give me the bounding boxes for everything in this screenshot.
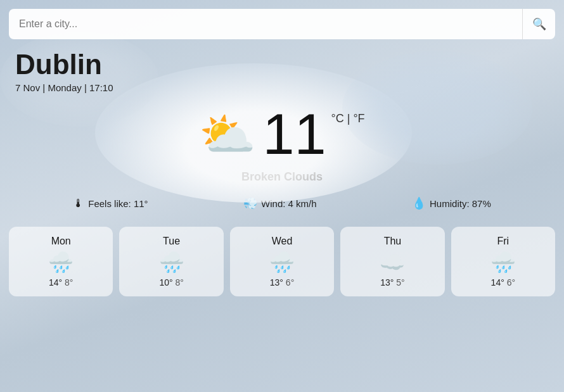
search-button[interactable]: 🔍 bbox=[522, 9, 555, 39]
forecast-weather-icon: 🌧️ bbox=[490, 252, 516, 272]
feels-like-stat: 🌡 Feels like: 11° bbox=[73, 197, 148, 210]
search-icon: 🔍 bbox=[532, 17, 546, 31]
city-name: Dublin bbox=[15, 49, 549, 80]
search-input[interactable] bbox=[9, 9, 522, 39]
current-weather-icon: ⛅ bbox=[199, 111, 256, 157]
forecast-day: Tue bbox=[163, 236, 180, 247]
forecast-weather-icon: 🌧️ bbox=[269, 252, 295, 272]
forecast-high: 13° bbox=[270, 277, 283, 288]
forecast-high: 13° bbox=[380, 277, 394, 288]
temperature-section: ⛅ 11 °C | °F bbox=[0, 106, 564, 163]
forecast-low: 8° bbox=[175, 277, 183, 288]
forecast-high: 10° bbox=[159, 277, 172, 288]
weather-app: 🔍 Dublin 7 Nov | Monday | 17:10 ⛅ 11 °C … bbox=[0, 0, 564, 392]
forecast-temps: 14° 6° bbox=[491, 277, 515, 288]
stats-row: 🌡 Feels like: 11° 💨 Wind: 4 km/h 💧 Humid… bbox=[0, 186, 564, 220]
humidity-icon: 💧 bbox=[412, 196, 426, 210]
forecast-card: Tue 🌧️ 10° 8° bbox=[119, 227, 223, 296]
forecast-weather-icon: ☁️ bbox=[380, 252, 405, 272]
forecast-high: 14° bbox=[49, 277, 62, 288]
forecast-weather-icon: 🌧️ bbox=[159, 252, 184, 272]
unit-separator: | bbox=[347, 112, 350, 125]
forecast-temps: 14° 8° bbox=[49, 277, 73, 288]
forecast-weather-icon: 🌧️ bbox=[48, 252, 74, 272]
city-date: 7 Nov | Monday | 17:10 bbox=[15, 82, 549, 93]
wind-value: Wind: 4 km/h bbox=[261, 198, 317, 209]
feels-like-value: Feels like: 11° bbox=[88, 198, 148, 209]
forecast-card: Fri 🌧️ 14° 6° bbox=[451, 227, 555, 296]
forecast-day: Fri bbox=[497, 236, 510, 247]
humidity-value: Humidity: 87% bbox=[430, 198, 491, 209]
forecast-temps: 13° 6° bbox=[270, 277, 294, 288]
temperature-value: 11 bbox=[262, 106, 326, 163]
forecast-day: Wed bbox=[272, 236, 293, 247]
forecast-low: 8° bbox=[65, 277, 73, 288]
forecast-temps: 13° 5° bbox=[380, 277, 404, 288]
city-section: Dublin 7 Nov | Monday | 17:10 bbox=[0, 39, 564, 93]
forecast-low: 5° bbox=[396, 277, 404, 288]
forecast-card: Mon 🌧️ 14° 8° bbox=[9, 227, 113, 296]
forecast-day: Thu bbox=[384, 236, 402, 247]
fahrenheit-unit[interactable]: °F bbox=[353, 112, 364, 125]
weather-description: Broken Clouds bbox=[0, 170, 564, 184]
search-bar: 🔍 bbox=[9, 9, 555, 39]
forecast-row: Mon 🌧️ 14° 8° Tue 🌧️ 10° 8° Wed 🌧️ 13° 6… bbox=[0, 227, 564, 296]
forecast-low: 6° bbox=[286, 277, 294, 288]
humidity-stat: 💧 Humidity: 87% bbox=[412, 196, 491, 210]
wind-stat: 💨 Wind: 4 km/h bbox=[243, 196, 317, 210]
celsius-unit[interactable]: °C bbox=[331, 112, 343, 125]
wind-icon: 💨 bbox=[243, 196, 257, 210]
forecast-high: 14° bbox=[491, 277, 504, 288]
forecast-card: Wed 🌧️ 13° 6° bbox=[230, 227, 334, 296]
forecast-temps: 10° 8° bbox=[159, 277, 183, 288]
temperature-units: °C | °F bbox=[331, 112, 364, 125]
feels-like-icon: 🌡 bbox=[73, 197, 84, 210]
forecast-low: 6° bbox=[507, 277, 515, 288]
forecast-day: Mon bbox=[51, 236, 71, 247]
forecast-card: Thu ☁️ 13° 5° bbox=[340, 227, 444, 296]
